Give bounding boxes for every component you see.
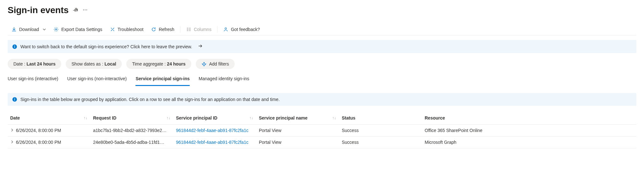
col-sp-id-label: Service principal ID	[176, 115, 217, 120]
download-button[interactable]: Download	[8, 24, 50, 35]
filter-date-value: Last 24 hours	[26, 61, 55, 66]
tab-service-principal-signins[interactable]: Service principal sign-ins	[135, 74, 190, 86]
filter-time-aggregate[interactable]: Time aggregate : 24 hours	[126, 59, 191, 69]
svg-point-7	[14, 45, 15, 46]
columns-button: Columns	[182, 24, 215, 35]
columns-label: Columns	[194, 27, 211, 32]
filter-icon	[201, 61, 207, 66]
troubleshoot-button[interactable]: Troubleshoot	[106, 24, 147, 35]
cell-resource: Office 365 SharePoint Online	[422, 125, 636, 136]
grouping-banner-text: Sign-ins in the table below are grouped …	[20, 97, 280, 102]
info-icon	[12, 44, 17, 49]
col-date-label: Date	[10, 115, 20, 120]
cell-request-id: a1bc7fa1-9bb2-4bd2-a832-7993e2…	[91, 125, 173, 136]
sort-icon: ↑↓	[84, 116, 87, 120]
cell-date: 6/26/2024, 8:00:00 PM	[16, 128, 61, 133]
svg-point-3	[55, 29, 57, 30]
col-sp-name-label: Service principal name	[259, 115, 308, 120]
add-filters-button[interactable]: Add filters	[196, 59, 235, 69]
tab-user-signins-noninteractive[interactable]: User sign-ins (non-interactive)	[67, 74, 127, 86]
chevron-down-icon	[43, 27, 46, 32]
filter-show-dates-label: Show dates as :	[71, 61, 105, 66]
svg-rect-9	[14, 99, 15, 101]
cell-sp-id-link[interactable]: 961844d2-febf-4aae-ab91-87fc2fa1c	[173, 125, 256, 136]
cell-resource: Microsoft Graph	[422, 136, 636, 148]
col-resource[interactable]: Resource	[422, 112, 636, 124]
refresh-button[interactable]: Refresh	[147, 24, 178, 35]
toolbar-separator	[180, 26, 180, 33]
col-date[interactable]: Date ↑↓	[8, 112, 91, 124]
refresh-label: Refresh	[159, 27, 174, 32]
arrow-right-icon	[198, 44, 202, 49]
page-title: Sign-in events	[8, 5, 69, 15]
sort-icon: ↑↓	[249, 116, 253, 120]
sort-icon: ↑↓	[332, 116, 336, 120]
wrench-icon	[110, 27, 115, 32]
svg-point-1	[85, 9, 85, 10]
preview-banner-text: Want to switch back to the default sign-…	[20, 44, 192, 49]
col-request-id[interactable]: Request ID ↑↓	[91, 112, 173, 124]
filter-show-dates-value: Local	[105, 61, 116, 66]
cell-sp-name: Portal View	[256, 136, 339, 148]
feedback-icon	[223, 27, 228, 32]
col-sp-id[interactable]: Service principal ID ↑↓	[173, 112, 256, 124]
col-resource-label: Resource	[425, 115, 445, 120]
col-request-id-label: Request ID	[93, 115, 116, 120]
export-data-settings-button[interactable]: Export Data Settings	[50, 24, 106, 35]
table-row[interactable]: 6/26/2024, 8:00:00 PM 24e80be0-5ada-4b5d…	[8, 136, 636, 148]
info-icon	[12, 97, 17, 102]
chevron-right-icon[interactable]	[10, 140, 14, 145]
col-status-label: Status	[342, 115, 355, 120]
chevron-right-icon[interactable]	[10, 128, 14, 133]
cell-sp-name: Portal View	[256, 125, 339, 136]
col-status[interactable]: Status	[339, 112, 422, 124]
filter-show-dates[interactable]: Show dates as : Local	[66, 59, 122, 69]
refresh-icon	[151, 27, 156, 32]
filter-bar: Date : Last 24 hours Show dates as : Loc…	[8, 59, 636, 69]
cell-request-id: 24e80be0-5ada-4b5d-adba-11fd1…	[91, 136, 173, 148]
cell-status: Success	[339, 136, 422, 148]
svg-point-10	[14, 98, 15, 99]
tab-managed-identity-signins[interactable]: Managed identity sign-ins	[199, 74, 249, 86]
more-icon[interactable]	[83, 7, 88, 13]
page-header: Sign-in events	[8, 5, 636, 15]
svg-point-0	[83, 9, 84, 10]
sort-icon: ↑↓	[166, 116, 170, 120]
download-label: Download	[19, 27, 39, 32]
svg-point-2	[86, 9, 87, 10]
tab-user-signins-interactive[interactable]: User sign-ins (interactive)	[8, 74, 58, 86]
columns-icon	[186, 27, 191, 32]
gear-icon	[54, 27, 59, 32]
export-label: Export Data Settings	[61, 27, 102, 32]
command-bar: Download Export Data Settings Troublesho…	[8, 24, 636, 35]
table-row[interactable]: 6/26/2024, 8:00:00 PM a1bc7fa1-9bb2-4bd2…	[8, 125, 636, 136]
table-header-row: Date ↑↓ Request ID ↑↓ Service principal …	[8, 112, 636, 125]
filter-time-agg-value: 24 hours	[167, 61, 186, 66]
filter-date-label: Date :	[13, 61, 26, 66]
add-filters-label: Add filters	[209, 61, 229, 66]
col-sp-name[interactable]: Service principal name ↑↓	[256, 112, 339, 124]
svg-rect-6	[14, 46, 15, 48]
cell-date: 6/26/2024, 8:00:00 PM	[16, 140, 61, 145]
filter-time-agg-label: Time aggregate :	[132, 61, 167, 66]
svg-point-4	[225, 28, 227, 29]
troubleshoot-label: Troubleshoot	[118, 27, 143, 32]
cell-status: Success	[339, 125, 422, 136]
pin-icon[interactable]	[73, 7, 78, 13]
filter-date[interactable]: Date : Last 24 hours	[8, 59, 61, 69]
feedback-button[interactable]: Got feedback?	[219, 24, 264, 35]
signins-table: Date ↑↓ Request ID ↑↓ Service principal …	[8, 112, 636, 148]
preview-banner[interactable]: Want to switch back to the default sign-…	[8, 40, 636, 53]
toolbar-separator	[217, 26, 217, 33]
grouping-info-banner: Sign-ins in the table below are grouped …	[8, 93, 636, 106]
feedback-label: Got feedback?	[231, 27, 260, 32]
cell-sp-id-link[interactable]: 961844d2-febf-4aae-ab91-87fc2fa1c	[173, 136, 256, 148]
download-icon	[11, 27, 17, 32]
tab-bar: User sign-ins (interactive) User sign-in…	[8, 74, 636, 86]
